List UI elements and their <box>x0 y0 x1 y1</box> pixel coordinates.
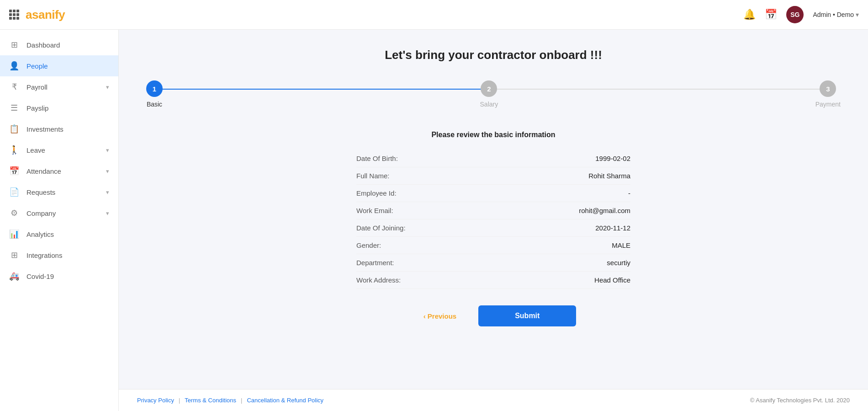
footer-links: Privacy Policy | Terms & Conditions | Ca… <box>137 397 323 404</box>
sidebar-label-investments: Investments <box>26 125 109 133</box>
payroll-icon: ₹ <box>9 82 19 92</box>
step-label-3: Payment <box>815 101 841 108</box>
calendar-icon[interactable]: 📅 <box>765 9 777 21</box>
step-label-2: Salary <box>480 101 498 108</box>
user-label[interactable]: Admin • Demo ▾ <box>813 11 859 18</box>
review-row-empid: Employee Id: - <box>356 185 630 202</box>
steps-container: 1 Basic 2 Salary 3 Payment <box>146 80 841 108</box>
review-row-dept: Department: securtiy <box>356 254 630 272</box>
avatar[interactable]: SG <box>786 6 804 23</box>
sidebar-item-analytics[interactable]: 📊 Analytics <box>0 224 118 245</box>
page-title: Let's bring your contractor onboard !!! <box>146 48 841 62</box>
sidebar-label-leave: Leave <box>26 146 99 154</box>
review-val-name: Rohit Sharma <box>588 172 630 180</box>
sidebar-label-analytics: Analytics <box>26 230 109 238</box>
previous-button[interactable]: ‹ Previous <box>411 305 470 326</box>
sidebar-item-payroll[interactable]: ₹ Payroll ▾ <box>0 76 118 97</box>
footer-copyright: © Asanify Technologies Pvt. Ltd. 2020 <box>750 397 850 404</box>
payslip-icon: ☰ <box>9 103 19 113</box>
privacy-policy-link[interactable]: Privacy Policy <box>137 397 174 404</box>
company-icon: ⚙ <box>9 208 19 218</box>
sidebar-label-company: Company <box>26 209 99 217</box>
chevron-down-icon: ▾ <box>106 189 109 196</box>
logo: asanify <box>26 8 65 22</box>
review-val-dept: securtiy <box>607 259 630 267</box>
step-circle-3: 3 <box>820 80 836 97</box>
chevron-down-icon: ▾ <box>106 84 109 91</box>
attendance-icon: 📅 <box>9 166 19 176</box>
sidebar-item-leave[interactable]: 🚶 Leave ▾ <box>0 139 118 160</box>
step-line-filled <box>155 89 493 90</box>
chevron-down-icon: ▾ <box>106 168 109 175</box>
review-row-doj: Date Of Joining: 2020-11-12 <box>356 219 630 237</box>
header: asanify 🔔 📅 SG Admin • Demo ▾ <box>0 0 868 30</box>
grid-menu-icon[interactable] <box>9 10 19 20</box>
sidebar-label-requests: Requests <box>26 188 99 196</box>
review-key-dob: Date Of Birth: <box>356 155 398 162</box>
review-title: Please review the basic information <box>356 131 630 139</box>
dashboard-icon: ⊞ <box>9 40 19 50</box>
refund-link[interactable]: Cancellation & Refund Policy <box>247 397 323 404</box>
sidebar-label-dashboard: Dashboard <box>26 41 109 49</box>
review-val-empid: - <box>628 189 630 197</box>
sidebar-label-covid19: Covid-19 <box>26 272 109 280</box>
submit-button[interactable]: Submit <box>478 305 576 326</box>
step-2: 2 Salary <box>480 80 498 108</box>
footer-sep-2: | <box>241 397 242 404</box>
review-row-name: Full Name: Rohit Sharma <box>356 167 630 185</box>
footer-sep-1: | <box>179 397 180 404</box>
chevron-down-icon: ▾ <box>106 147 109 154</box>
btn-row: ‹ Previous Submit <box>356 305 630 326</box>
sidebar-item-people[interactable]: 👤 People <box>0 55 118 76</box>
review-key-name: Full Name: <box>356 172 390 180</box>
review-row-dob: Date Of Birth: 1999-02-02 <box>356 150 630 167</box>
content: Let's bring your contractor onboard !!! … <box>119 30 868 411</box>
review-row-address: Work Address: Head Office <box>356 272 630 289</box>
review-val-email: rohit@gmail.com <box>579 207 630 214</box>
analytics-icon: 📊 <box>9 229 19 239</box>
sidebar-item-company[interactable]: ⚙ Company ▾ <box>0 203 118 224</box>
review-key-doj: Date Of Joining: <box>356 224 406 232</box>
sidebar-label-payroll: Payroll <box>26 83 99 91</box>
content-body: Let's bring your contractor onboard !!! … <box>119 30 868 389</box>
sidebar-item-investments[interactable]: 📋 Investments <box>0 118 118 139</box>
sidebar-item-dashboard[interactable]: ⊞ Dashboard <box>0 34 118 55</box>
review-row-gender: Gender: MALE <box>356 237 630 254</box>
sidebar-item-covid19[interactable]: 🚑 Covid-19 <box>0 266 118 287</box>
review-val-address: Head Office <box>594 276 630 284</box>
sidebar-label-integrations: Integrations <box>26 251 109 259</box>
review-key-address: Work Address: <box>356 276 401 284</box>
step-3: 3 Payment <box>815 80 841 108</box>
sidebar-item-payslip[interactable]: ☰ Payslip <box>0 97 118 118</box>
notification-icon[interactable]: 🔔 <box>743 9 756 21</box>
investments-icon: 📋 <box>9 124 19 134</box>
review-val-gender: MALE <box>612 241 630 249</box>
review-key-dept: Department: <box>356 259 394 267</box>
terms-link[interactable]: Terms & Conditions <box>185 397 236 404</box>
sidebar-label-people: People <box>26 62 109 70</box>
covid19-icon: 🚑 <box>9 271 19 281</box>
sidebar-item-integrations[interactable]: ⊞ Integrations <box>0 245 118 266</box>
requests-icon: 📄 <box>9 187 19 197</box>
review-box: Please review the basic information Date… <box>356 131 630 326</box>
review-val-doj: 2020-11-12 <box>595 224 630 232</box>
people-icon: 👤 <box>9 61 19 71</box>
sidebar-item-attendance[interactable]: 📅 Attendance ▾ <box>0 160 118 181</box>
review-key-email: Work Email: <box>356 207 393 214</box>
sidebar: ⊞ Dashboard 👤 People ₹ Payroll ▾ ☰ Paysl… <box>0 30 119 411</box>
main-layout: ⊞ Dashboard 👤 People ₹ Payroll ▾ ☰ Paysl… <box>0 30 868 411</box>
review-val-dob: 1999-02-02 <box>595 155 630 162</box>
step-circle-1: 1 <box>146 80 163 97</box>
leave-icon: 🚶 <box>9 145 19 155</box>
step-1: 1 Basic <box>146 80 163 108</box>
review-key-empid: Employee Id: <box>356 189 397 197</box>
sidebar-label-payslip: Payslip <box>26 104 109 112</box>
header-left: asanify <box>9 8 65 22</box>
footer: Privacy Policy | Terms & Conditions | Ca… <box>119 389 868 411</box>
step-circle-2: 2 <box>481 80 497 97</box>
review-row-email: Work Email: rohit@gmail.com <box>356 202 630 219</box>
sidebar-item-requests[interactable]: 📄 Requests ▾ <box>0 181 118 203</box>
sidebar-label-attendance: Attendance <box>26 167 99 175</box>
header-right: 🔔 📅 SG Admin • Demo ▾ <box>743 6 859 23</box>
step-label-1: Basic <box>147 101 162 108</box>
